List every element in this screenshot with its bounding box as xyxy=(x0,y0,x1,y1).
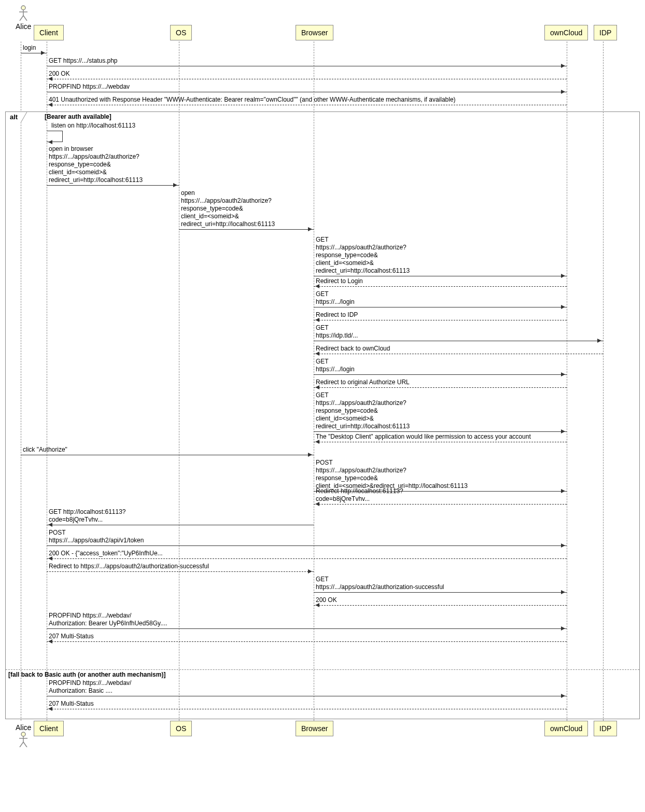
participant-browser: Browser xyxy=(296,721,333,736)
msg-get-status: GET https://.../status.php xyxy=(47,57,567,66)
msg-post-token: POST https://.../apps/oauth2/api/v1/toke… xyxy=(47,529,567,546)
msg-get-code: GET http://localhost:61113? code=b8jQreT… xyxy=(47,508,314,525)
msg-207-2: 207 Multi-Status xyxy=(47,700,567,709)
msg-get-login: GET https://.../login xyxy=(314,290,567,307)
msg-token-ok: 200 OK - {"access_token":"UyP6InfhUe... xyxy=(47,550,567,559)
sequence-diagram: Alice Client OS Browser ownCloud IDP log… xyxy=(5,5,640,757)
participant-browser: Browser xyxy=(296,25,333,40)
participant-owncloud: ownCloud xyxy=(544,25,588,40)
svg-line-3 xyxy=(20,16,23,21)
actor-alice-bottom: Alice xyxy=(16,723,31,749)
actor-label: Alice xyxy=(16,723,31,732)
msg-redirect-login: Redirect to Login xyxy=(314,277,567,287)
msg-redirect-back: Redirect back to ownCloud xyxy=(314,345,603,354)
participant-os: OS xyxy=(170,721,192,736)
msg-os-open: open https://.../apps/oauth2/authorize? … xyxy=(179,189,314,230)
svg-line-4 xyxy=(23,16,27,21)
lifelines-area: login GET https://.../status.php 200 OK … xyxy=(5,41,640,721)
msg-get-authorize: GET https://.../apps/oauth2/authorize? r… xyxy=(314,236,567,276)
participants-bottom: Alice Client OS Browser ownCloud IDP xyxy=(5,721,640,757)
msg-click-authorize: click "Authorize" xyxy=(21,446,314,455)
participant-idp: IDP xyxy=(594,25,617,40)
participants-top: Alice Client OS Browser ownCloud IDP xyxy=(5,5,640,41)
svg-line-8 xyxy=(20,742,23,747)
participant-os: OS xyxy=(170,25,192,40)
msg-propfind-basic: PROPFIND https://.../webdav/ Authorizati… xyxy=(47,679,567,696)
msg-post-authorize: POST https://.../apps/oauth2/authorize? … xyxy=(314,459,567,492)
actor-label: Alice xyxy=(16,22,31,31)
msg-propfind-bearer: PROPFIND https://.../webdav/ Authorizati… xyxy=(47,612,567,629)
msg-get-success: GET https://.../apps/oauth2/authorizatio… xyxy=(314,576,567,593)
alt-guard-1: [Bearer auth available] xyxy=(45,113,111,120)
msg-redirect-idp: Redirect to IDP xyxy=(314,311,567,320)
svg-point-0 xyxy=(21,6,25,10)
svg-point-5 xyxy=(21,732,25,736)
msg-207: 207 Multi-Status xyxy=(47,633,567,642)
participant-client: Client xyxy=(34,721,64,736)
msg-propfind: PROPFIND https://.../webdav xyxy=(47,83,567,92)
msg-open-browser: open in browser https://.../apps/oauth2/… xyxy=(47,145,179,186)
msg-redirect-success: Redirect to https://.../apps/oauth2/auth… xyxy=(47,563,314,572)
msg-permission-prompt: The "Desktop Client" application would l… xyxy=(314,433,567,442)
participant-owncloud: ownCloud xyxy=(544,721,588,736)
msg-listen: listen on http://localhost:61113 xyxy=(49,122,137,142)
msg-200ok: 200 OK xyxy=(47,70,567,79)
msg-get-authorize-2: GET https://.../apps/oauth2/authorize? r… xyxy=(314,391,567,432)
participant-idp: IDP xyxy=(594,721,617,736)
msg-redirect-original: Redirect to original Authorize URL xyxy=(314,379,567,388)
msg-401: 401 Unauthorized with Response Header "W… xyxy=(47,96,567,105)
msg-get-idp: GET https://idp.tld/... xyxy=(314,324,603,341)
msg-redirect-code: Redirect http://localhost:61113? code=b8… xyxy=(314,487,567,505)
participant-client: Client xyxy=(34,25,64,40)
alt-guard-2: [fall back to Basic auth (or another aut… xyxy=(8,671,165,678)
msg-login: login xyxy=(21,44,47,53)
alt-label: alt xyxy=(5,111,27,122)
actor-alice: Alice xyxy=(16,5,31,31)
msg-get-login-2: GET https://.../login xyxy=(314,358,567,375)
msg-200ok-2: 200 OK xyxy=(314,596,567,606)
svg-line-9 xyxy=(23,742,27,747)
alt-separator xyxy=(6,669,639,670)
